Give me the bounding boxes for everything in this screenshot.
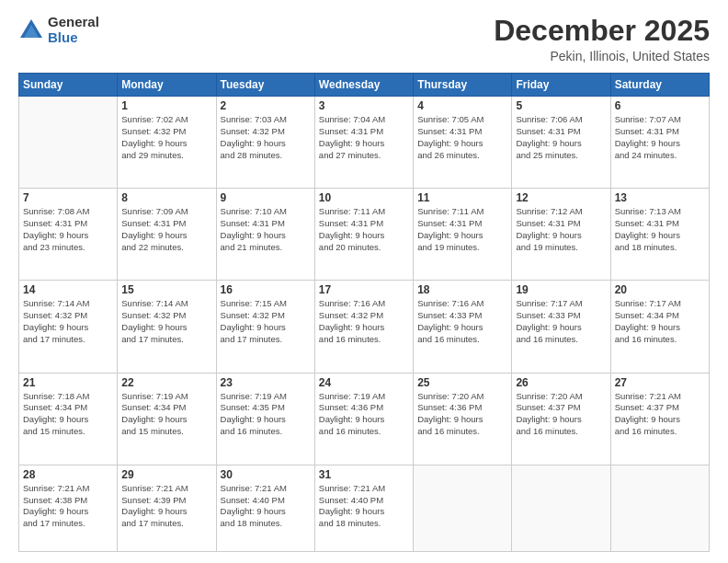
day-info: Sunrise: 7:18 AMSunset: 4:34 PMDaylight:…	[23, 391, 113, 438]
day-info: Sunrise: 7:14 AMSunset: 4:32 PMDaylight:…	[121, 298, 211, 345]
day-number: 18	[417, 283, 507, 296]
day-number: 15	[121, 283, 211, 296]
logo-general-label: General	[48, 15, 99, 30]
calendar-cell: 11Sunrise: 7:11 AMSunset: 4:31 PMDayligh…	[414, 189, 512, 281]
calendar-cell: 30Sunrise: 7:21 AMSunset: 4:40 PMDayligh…	[216, 465, 314, 551]
calendar-cell	[512, 465, 610, 551]
calendar-cell: 27Sunrise: 7:21 AMSunset: 4:37 PMDayligh…	[610, 373, 709, 465]
day-number: 14	[23, 283, 113, 296]
calendar-cell: 22Sunrise: 7:19 AMSunset: 4:34 PMDayligh…	[118, 373, 216, 465]
day-number: 22	[121, 376, 211, 389]
day-number: 3	[319, 99, 409, 112]
calendar-cell: 24Sunrise: 7:19 AMSunset: 4:36 PMDayligh…	[314, 373, 413, 465]
calendar-cell: 25Sunrise: 7:20 AMSunset: 4:36 PMDayligh…	[414, 373, 512, 465]
day-number: 20	[615, 283, 705, 296]
day-info: Sunrise: 7:19 AMSunset: 4:36 PMDaylight:…	[319, 391, 409, 438]
calendar-cell: 15Sunrise: 7:14 AMSunset: 4:32 PMDayligh…	[118, 281, 216, 373]
column-header-thursday: Thursday	[414, 74, 512, 97]
day-info: Sunrise: 7:05 AMSunset: 4:31 PMDaylight:…	[417, 114, 507, 161]
logo-blue-label: Blue	[48, 30, 99, 46]
day-info: Sunrise: 7:16 AMSunset: 4:33 PMDaylight:…	[417, 298, 507, 345]
column-header-monday: Monday	[118, 74, 216, 97]
calendar-week-row: 14Sunrise: 7:14 AMSunset: 4:32 PMDayligh…	[19, 281, 710, 373]
calendar-cell: 23Sunrise: 7:19 AMSunset: 4:35 PMDayligh…	[216, 373, 314, 465]
day-info: Sunrise: 7:12 AMSunset: 4:31 PMDaylight:…	[516, 206, 606, 253]
day-info: Sunrise: 7:16 AMSunset: 4:32 PMDaylight:…	[319, 298, 409, 345]
day-info: Sunrise: 7:20 AMSunset: 4:36 PMDaylight:…	[417, 391, 507, 438]
day-info: Sunrise: 7:19 AMSunset: 4:35 PMDaylight:…	[221, 391, 311, 438]
day-number: 19	[516, 283, 606, 296]
day-number: 26	[516, 376, 606, 389]
column-header-friday: Friday	[512, 74, 610, 97]
logo-text: General Blue	[48, 15, 99, 45]
calendar-cell: 12Sunrise: 7:12 AMSunset: 4:31 PMDayligh…	[512, 189, 610, 281]
day-number: 17	[319, 283, 409, 296]
page: General Blue December 2025 Pekin, Illino…	[0, 0, 728, 563]
day-info: Sunrise: 7:17 AMSunset: 4:34 PMDaylight:…	[615, 298, 705, 345]
calendar-cell: 4Sunrise: 7:05 AMSunset: 4:31 PMDaylight…	[414, 97, 512, 189]
day-info: Sunrise: 7:14 AMSunset: 4:32 PMDaylight:…	[23, 298, 113, 345]
calendar-week-row: 7Sunrise: 7:08 AMSunset: 4:31 PMDaylight…	[19, 189, 710, 281]
calendar-cell: 6Sunrise: 7:07 AMSunset: 4:31 PMDaylight…	[610, 97, 709, 189]
day-info: Sunrise: 7:17 AMSunset: 4:33 PMDaylight:…	[516, 298, 606, 345]
title-section: December 2025 Pekin, Illinois, United St…	[494, 15, 710, 63]
column-header-wednesday: Wednesday	[314, 74, 413, 97]
calendar-cell: 21Sunrise: 7:18 AMSunset: 4:34 PMDayligh…	[19, 373, 118, 465]
calendar-cell: 8Sunrise: 7:09 AMSunset: 4:31 PMDaylight…	[118, 189, 216, 281]
day-number: 2	[221, 99, 311, 112]
calendar-cell: 18Sunrise: 7:16 AMSunset: 4:33 PMDayligh…	[414, 281, 512, 373]
calendar-cell: 17Sunrise: 7:16 AMSunset: 4:32 PMDayligh…	[314, 281, 413, 373]
day-number: 11	[417, 191, 507, 204]
logo-icon	[18, 17, 44, 43]
calendar-cell: 16Sunrise: 7:15 AMSunset: 4:32 PMDayligh…	[216, 281, 314, 373]
day-number: 25	[417, 376, 507, 389]
calendar-cell: 13Sunrise: 7:13 AMSunset: 4:31 PMDayligh…	[610, 189, 709, 281]
day-info: Sunrise: 7:19 AMSunset: 4:34 PMDaylight:…	[121, 391, 211, 438]
day-info: Sunrise: 7:11 AMSunset: 4:31 PMDaylight:…	[417, 206, 507, 253]
day-info: Sunrise: 7:02 AMSunset: 4:32 PMDaylight:…	[121, 114, 211, 161]
day-number: 31	[319, 468, 409, 481]
day-number: 13	[615, 191, 705, 204]
day-number: 1	[121, 99, 211, 112]
calendar-cell: 20Sunrise: 7:17 AMSunset: 4:34 PMDayligh…	[610, 281, 709, 373]
calendar-week-row: 28Sunrise: 7:21 AMSunset: 4:38 PMDayligh…	[19, 465, 710, 551]
day-number: 12	[516, 191, 606, 204]
month-title: December 2025	[494, 15, 710, 47]
day-number: 16	[221, 283, 311, 296]
calendar-cell	[19, 97, 118, 189]
day-info: Sunrise: 7:06 AMSunset: 4:31 PMDaylight:…	[516, 114, 606, 161]
day-info: Sunrise: 7:03 AMSunset: 4:32 PMDaylight:…	[221, 114, 311, 161]
calendar-header-row: SundayMondayTuesdayWednesdayThursdayFrid…	[19, 74, 710, 97]
calendar-cell: 10Sunrise: 7:11 AMSunset: 4:31 PMDayligh…	[314, 189, 413, 281]
column-header-sunday: Sunday	[19, 74, 118, 97]
day-number: 10	[319, 191, 409, 204]
day-info: Sunrise: 7:20 AMSunset: 4:37 PMDaylight:…	[516, 391, 606, 438]
calendar-cell	[414, 465, 512, 551]
calendar-cell: 1Sunrise: 7:02 AMSunset: 4:32 PMDaylight…	[118, 97, 216, 189]
column-header-saturday: Saturday	[610, 74, 709, 97]
calendar-cell: 29Sunrise: 7:21 AMSunset: 4:39 PMDayligh…	[118, 465, 216, 551]
calendar-cell: 14Sunrise: 7:14 AMSunset: 4:32 PMDayligh…	[19, 281, 118, 373]
calendar-cell: 2Sunrise: 7:03 AMSunset: 4:32 PMDaylight…	[216, 97, 314, 189]
calendar-cell: 9Sunrise: 7:10 AMSunset: 4:31 PMDaylight…	[216, 189, 314, 281]
calendar-cell: 28Sunrise: 7:21 AMSunset: 4:38 PMDayligh…	[19, 465, 118, 551]
day-number: 23	[221, 376, 311, 389]
day-info: Sunrise: 7:08 AMSunset: 4:31 PMDaylight:…	[23, 206, 113, 253]
calendar-cell: 31Sunrise: 7:21 AMSunset: 4:40 PMDayligh…	[314, 465, 413, 551]
day-number: 29	[121, 468, 211, 481]
day-info: Sunrise: 7:21 AMSunset: 4:40 PMDaylight:…	[221, 483, 311, 530]
day-number: 5	[516, 99, 606, 112]
calendar-cell: 26Sunrise: 7:20 AMSunset: 4:37 PMDayligh…	[512, 373, 610, 465]
day-info: Sunrise: 7:15 AMSunset: 4:32 PMDaylight:…	[221, 298, 311, 345]
day-info: Sunrise: 7:10 AMSunset: 4:31 PMDaylight:…	[221, 206, 311, 253]
location-label: Pekin, Illinois, United States	[494, 49, 710, 63]
calendar-cell: 3Sunrise: 7:04 AMSunset: 4:31 PMDaylight…	[314, 97, 413, 189]
top-section: General Blue December 2025 Pekin, Illino…	[18, 15, 710, 63]
day-info: Sunrise: 7:21 AMSunset: 4:39 PMDaylight:…	[121, 483, 211, 530]
day-number: 30	[221, 468, 311, 481]
day-info: Sunrise: 7:04 AMSunset: 4:31 PMDaylight:…	[319, 114, 409, 161]
day-number: 27	[615, 376, 705, 389]
day-number: 24	[319, 376, 409, 389]
day-info: Sunrise: 7:13 AMSunset: 4:31 PMDaylight:…	[615, 206, 705, 253]
day-number: 6	[615, 99, 705, 112]
